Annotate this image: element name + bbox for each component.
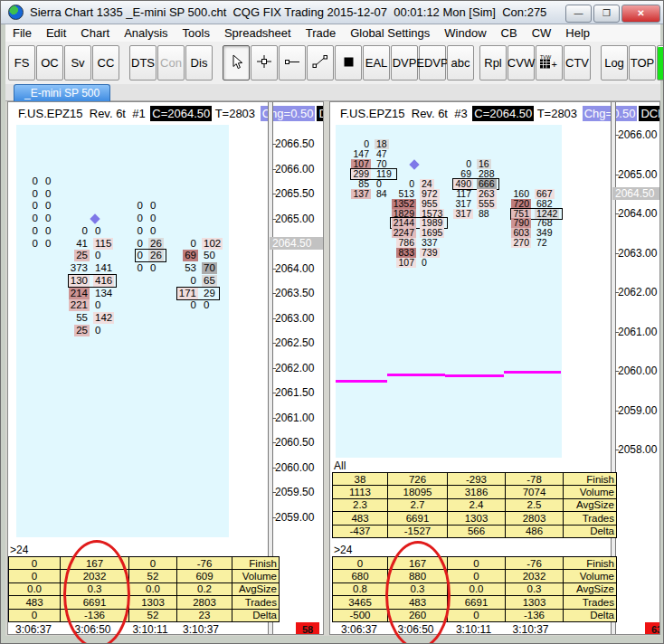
bid-value: 0 bbox=[189, 299, 198, 311]
ask-value: 0 bbox=[420, 258, 429, 268]
toolbar-button-eal[interactable]: EAL bbox=[363, 45, 390, 80]
ask-value: 65 bbox=[202, 275, 217, 287]
ask-value: 50 bbox=[202, 250, 217, 261]
toolbar-ray-icon[interactable] bbox=[279, 45, 306, 80]
footprint-ask-cell: 65 bbox=[202, 275, 243, 287]
toolbar-square-icon[interactable] bbox=[335, 45, 362, 80]
stats-row-label: Volume bbox=[564, 486, 617, 498]
menu-item-cb[interactable]: CB bbox=[494, 26, 525, 40]
footprint-bid-cell: 0 bbox=[98, 213, 145, 224]
stats-value: -437 bbox=[333, 525, 388, 537]
toolbar-pointer-icon[interactable] bbox=[223, 45, 250, 80]
price-scale-label: 2062.00 bbox=[618, 286, 657, 298]
stats-value: 0 bbox=[448, 609, 506, 621]
stats-row-delta: 0-1365223Delta bbox=[9, 609, 280, 621]
menu-item-edit[interactable]: Edit bbox=[39, 26, 73, 40]
chart-workspace: F.US.EPZ15 Rev. 6t #1 C=2064.50 T=2803 C… bbox=[5, 101, 660, 636]
stats-value: 0 bbox=[129, 557, 177, 570]
toolbar-button-cvw[interactable]: CVW bbox=[507, 45, 535, 80]
menu-item-cw[interactable]: CW bbox=[525, 26, 559, 40]
ask-value: 0 bbox=[93, 299, 102, 311]
footprint-bid-cell: 0 bbox=[7, 225, 40, 237]
bid-value: 0 bbox=[31, 225, 40, 237]
ask-value: 0 bbox=[43, 200, 52, 212]
footprint-bid-cell: 221 bbox=[43, 299, 90, 311]
toolbar-button-dvp[interactable]: DVP bbox=[391, 45, 418, 80]
menu-item-window[interactable]: Window bbox=[437, 26, 493, 40]
ask-value: 72 bbox=[535, 238, 549, 248]
toolbar-button-edvp[interactable]: EDVP bbox=[419, 45, 446, 80]
chart-header-segment: C=2064.50 bbox=[472, 106, 534, 121]
price-scale-splitter[interactable] bbox=[611, 102, 616, 634]
menu-item-spreadsheet[interactable]: Spreadsheet bbox=[217, 26, 299, 40]
bid-value: 0 bbox=[31, 175, 40, 187]
price-scale-label: 2061.00 bbox=[275, 412, 314, 424]
minimize-button[interactable]: — bbox=[565, 5, 592, 23]
chart-header-segment: C=2064.50 bbox=[150, 106, 212, 121]
footprint-ask-cell: 416 bbox=[93, 275, 135, 287]
stats-value: -78 bbox=[506, 473, 564, 486]
update-counter-badge: 63 bbox=[645, 622, 660, 635]
toolbar-trendline-icon[interactable] bbox=[307, 45, 334, 80]
footprint-bid-cell: 25 bbox=[43, 250, 90, 261]
stats-value: 52 bbox=[129, 609, 177, 621]
stats-value: 1303 bbox=[129, 596, 177, 609]
toolbar-button-dis[interactable]: Dis bbox=[185, 45, 213, 80]
bid-value: 0 bbox=[136, 225, 145, 237]
bid-value: 0 bbox=[136, 238, 145, 250]
stats-row-label: Delta bbox=[564, 525, 617, 537]
stats-value: 880 bbox=[388, 570, 448, 582]
toolbar-button-cc[interactable]: CC bbox=[92, 45, 119, 80]
toolbar-button-abc[interactable]: abc bbox=[447, 45, 474, 80]
stats-row-volume: 0203252609Volume bbox=[9, 570, 280, 582]
price-scale-label: 2066.00 bbox=[618, 128, 657, 141]
toolbar-button-con[interactable]: Con bbox=[157, 45, 185, 80]
menu-item-trade[interactable]: Trade bbox=[299, 26, 343, 40]
stats-value: 0 bbox=[448, 570, 506, 582]
stats-value: 566 bbox=[448, 525, 506, 537]
stats-value: 0 bbox=[448, 557, 506, 570]
toolbar-button-df[interactable]: DF bbox=[657, 45, 664, 80]
price-scale-label: 2059.50 bbox=[275, 486, 314, 498]
stats-value: -293 bbox=[448, 473, 506, 486]
toolbar-button-dts[interactable]: DTS bbox=[129, 45, 157, 80]
bid-value: 0 bbox=[31, 188, 40, 200]
toolbar-button-log[interactable]: Log bbox=[601, 45, 628, 80]
ask-value: 0 bbox=[148, 225, 157, 237]
footprint-bid-cell: 0 bbox=[98, 238, 145, 250]
stats-value: -136 bbox=[61, 609, 129, 621]
toolbar-button-rpl[interactable]: Rpl bbox=[479, 45, 507, 80]
maximize-button[interactable]: ❐ bbox=[593, 5, 620, 23]
menu-item-chart[interactable]: Chart bbox=[73, 26, 117, 40]
stats-value: 2.4 bbox=[448, 498, 506, 511]
pointer-icon bbox=[230, 54, 243, 72]
toolbar-button-sv[interactable]: Sv bbox=[64, 45, 91, 80]
stats-value: 0 bbox=[9, 570, 61, 582]
toolbar-crosshair-icon[interactable] bbox=[251, 45, 278, 80]
close-button[interactable]: ✕ bbox=[621, 5, 660, 23]
toolbar-button-ctv[interactable]: CTV bbox=[564, 45, 591, 80]
menu-item-file[interactable]: File bbox=[5, 26, 39, 40]
bid-value: 69 bbox=[183, 250, 198, 261]
chart-header-segment: F.US.EPZ15 Rev. 6t #3 bbox=[340, 107, 470, 120]
menu-item-help[interactable]: Help bbox=[558, 26, 597, 40]
price-scale-label: 2060.00 bbox=[275, 461, 314, 474]
stats-value: 0.2 bbox=[177, 582, 232, 595]
toolbar-button-oc[interactable]: OC bbox=[36, 45, 63, 80]
chart-header-segment: DChg= bbox=[639, 106, 660, 121]
time-label: 3:06:37 bbox=[332, 623, 386, 635]
menu-item-tools[interactable]: Tools bbox=[175, 26, 217, 40]
stats-value: 2032 bbox=[506, 570, 564, 582]
bid-value: 0 bbox=[189, 238, 198, 250]
stats-value: -76 bbox=[506, 557, 564, 570]
toolbar-tpo-icon[interactable]: TVW+ bbox=[536, 45, 563, 80]
menu-item-analysis[interactable]: Analysis bbox=[117, 26, 175, 40]
table-group-label: >24 bbox=[334, 544, 352, 556]
price-scale-label: 2061.50 bbox=[275, 386, 314, 399]
tab-emini-sp500[interactable]: _E-mini SP 500 bbox=[14, 84, 110, 101]
footprint-bid-cell: 0 bbox=[151, 299, 198, 311]
toolbar-button-top[interactable]: TOP bbox=[629, 45, 656, 80]
stats-value: 1113 bbox=[333, 486, 388, 498]
toolbar-button-fs[interactable]: FS bbox=[8, 45, 35, 80]
menu-item-global-settings[interactable]: Global Settings bbox=[343, 26, 437, 40]
